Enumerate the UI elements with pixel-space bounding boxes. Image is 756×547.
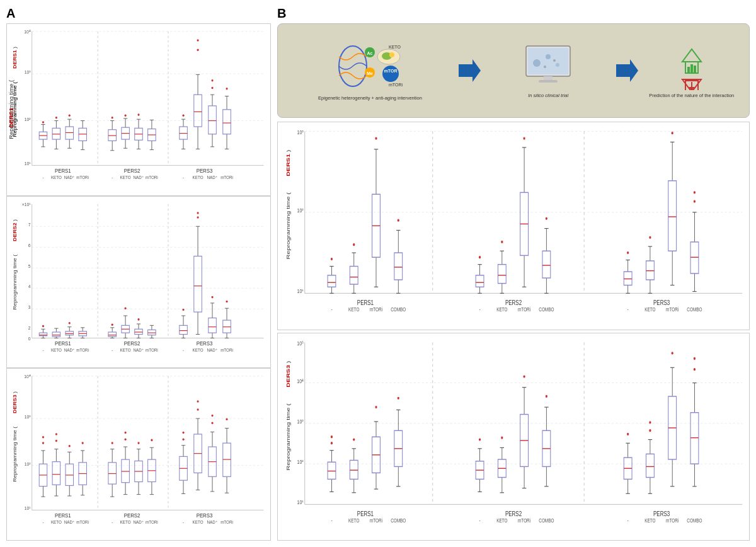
svg-text:PERS1: PERS1 — [357, 299, 374, 306]
svg-rect-380 — [694, 66, 696, 73]
svg-text:KETO: KETO — [389, 45, 401, 49]
diagram-left-label: Epigenetic heterogeneity + anti-aging in… — [318, 95, 422, 101]
svg-text:PERS2: PERS2 — [124, 512, 140, 519]
svg-text:KETO: KETO — [644, 306, 655, 313]
svg-point-369 — [546, 54, 551, 59]
svg-text:-: - — [331, 306, 333, 313]
boxplot-a3-pers1-mtori — [79, 442, 87, 495]
boxplot-b2-pers3-keto — [646, 421, 655, 493]
svg-point-368 — [533, 59, 541, 67]
svg-text:): ) — [285, 150, 291, 153]
svg-rect-89 — [209, 106, 217, 134]
svg-rect-448 — [542, 251, 551, 278]
boxplot-a3-pers2-ctrl — [108, 442, 117, 497]
boxplot-b1-pers2-combo — [542, 217, 551, 294]
svg-rect-266 — [66, 464, 74, 486]
svg-text:6: 6 — [28, 243, 31, 249]
boxplot-a1-pers2-keto — [122, 115, 130, 149]
svg-text:KETO: KETO — [496, 306, 507, 313]
svg-text:10¹: 10¹ — [297, 288, 304, 294]
svg-point-566 — [546, 394, 547, 397]
svg-text:Reprogramming time (: Reprogramming time ( — [285, 192, 291, 259]
svg-text:mTORi: mTORi — [389, 83, 403, 87]
boxplot-b1-pers3-combo — [690, 191, 699, 291]
svg-point-517 — [331, 435, 333, 438]
svg-text:3: 3 — [28, 304, 31, 311]
svg-point-275 — [82, 442, 84, 445]
svg-marker-376 — [682, 49, 701, 62]
svg-text:NAD⁺: NAD⁺ — [207, 520, 218, 524]
svg-text:COMBO: COMBO — [391, 306, 406, 313]
svg-point-573 — [627, 432, 629, 435]
svg-text:5: 5 — [28, 263, 31, 270]
svg-text:10⁴: 10⁴ — [297, 377, 303, 384]
boxplot-a2-pers3-keto — [194, 212, 202, 334]
svg-text:Reprogramming time (: Reprogramming time ( — [11, 427, 17, 482]
svg-point-36 — [69, 115, 71, 117]
svg-point-478 — [694, 200, 696, 203]
svg-text:): ) — [285, 360, 291, 363]
svg-point-464 — [649, 236, 651, 239]
svg-text:mTORi: mTORi — [146, 520, 158, 524]
svg-rect-186 — [148, 330, 156, 335]
svg-point-545 — [479, 438, 481, 440]
chart-b-ders3: Reprogramming time ( DERS3 ) 10⁵ 10⁴ 10³… — [277, 333, 750, 541]
svg-point-181 — [137, 318, 139, 321]
svg-point-320 — [197, 401, 198, 403]
svg-point-202 — [197, 216, 198, 219]
chart-b-ders1: Reprogramming time ( DERS1 ) 10³ 10² 10¹ — [277, 122, 750, 330]
boxplot-a1-pers3-mtori — [223, 88, 231, 149]
diagram-right: Prediction of the nature of the interact… — [643, 43, 741, 98]
svg-text:PERS3: PERS3 — [197, 168, 213, 175]
svg-point-49 — [112, 117, 113, 119]
svg-text:COMBO: COMBO — [391, 517, 406, 524]
svg-text:-: - — [42, 520, 43, 524]
svg-marker-365 — [459, 59, 481, 82]
boxplot-b1-pers3-mtori — [668, 132, 677, 285]
svg-point-22 — [42, 121, 44, 124]
svg-text:mTORi: mTORi — [370, 306, 382, 313]
boxplot-b2-pers1-combo — [394, 396, 403, 486]
svg-point-289 — [125, 439, 127, 441]
svg-point-538 — [398, 396, 399, 399]
svg-point-422 — [398, 219, 399, 222]
svg-text:×10¹: ×10¹ — [22, 202, 31, 208]
svg-text:): ) — [11, 391, 17, 393]
svg-text:KETO: KETO — [51, 520, 62, 524]
svg-point-596 — [694, 357, 696, 359]
svg-text:-: - — [627, 306, 629, 313]
boxplot-a3-pers3-mtori — [223, 418, 231, 493]
svg-rect-427 — [476, 275, 484, 287]
svg-point-260 — [55, 440, 57, 442]
svg-text:PERS1: PERS1 — [55, 340, 71, 347]
boxplot-b2-pers2-combo — [542, 394, 551, 486]
svg-text:-: - — [331, 517, 333, 524]
svg-text:mTORi: mTORi — [370, 517, 382, 524]
svg-text:NAD⁺: NAD⁺ — [134, 175, 144, 179]
svg-rect-179 — [135, 329, 143, 334]
svg-text:COMBO: COMBO — [687, 517, 702, 524]
svg-text:DERS2: DERS2 — [11, 222, 17, 241]
svg-point-201 — [197, 212, 198, 214]
svg-text:DERS3: DERS3 — [11, 394, 17, 413]
svg-rect-199 — [194, 256, 202, 312]
svg-text:0: 0 — [28, 335, 31, 342]
chart-a-ders3: Reprogramming time ( DERS3 ) 10⁴ 10³ 10²… — [6, 368, 271, 541]
boxplot-a1-pers2-mtori — [148, 120, 156, 149]
svg-text:KETO: KETO — [120, 347, 131, 352]
svg-text:mTORi: mTORi — [518, 517, 530, 524]
boxplot-a2-pers3-mtori — [223, 300, 231, 338]
svg-point-328 — [211, 415, 213, 417]
boxplot-a2-pers2-keto — [122, 307, 130, 338]
svg-text:10³: 10³ — [25, 414, 31, 420]
panel-a-label: A — [6, 6, 271, 21]
svg-text:KETO: KETO — [496, 517, 507, 524]
diagram-arrow-1 — [459, 59, 481, 82]
svg-text:-: - — [183, 175, 184, 179]
svg-point-282 — [112, 442, 113, 445]
diagram-arrow-2 — [616, 59, 638, 82]
svg-text:-: - — [42, 347, 43, 352]
diagram-middle: In silico clinical trial — [486, 43, 611, 98]
boxplot-b1-pers1-ctrl — [328, 258, 336, 293]
svg-point-312 — [182, 432, 184, 434]
